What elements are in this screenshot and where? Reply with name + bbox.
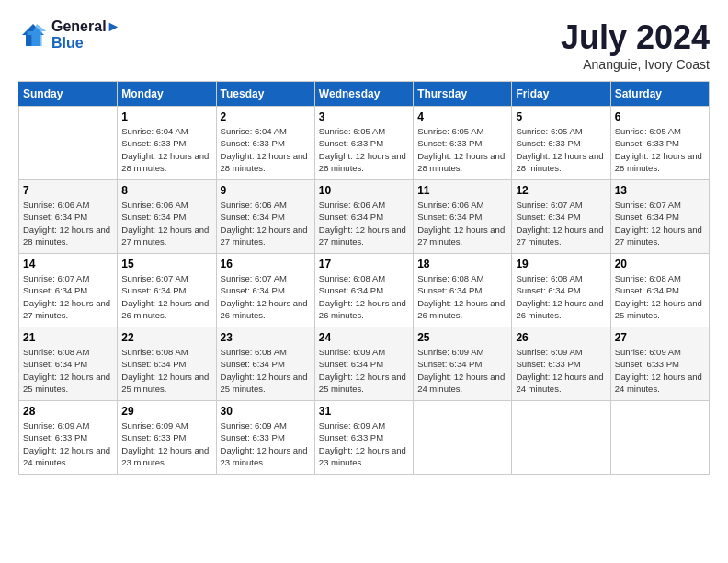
day-info: Sunrise: 6:06 AMSunset: 6:34 PMDaylight:… [121, 199, 211, 247]
calendar-cell: 15Sunrise: 6:07 AMSunset: 6:34 PMDayligh… [118, 254, 216, 327]
logo-icon [18, 20, 48, 50]
day-number: 10 [319, 184, 409, 197]
day-info: Sunrise: 6:09 AMSunset: 6:34 PMDaylight:… [319, 346, 409, 395]
logo: General► Blue [18, 18, 120, 52]
calendar-cell: 10Sunrise: 6:06 AMSunset: 6:34 PMDayligh… [314, 180, 413, 254]
weekday-header: Tuesday [216, 82, 314, 107]
calendar-cell: 14Sunrise: 6:07 AMSunset: 6:34 PMDayligh… [19, 254, 118, 327]
day-info: Sunrise: 6:06 AMSunset: 6:34 PMDaylight:… [417, 199, 507, 247]
calendar-cell: 23Sunrise: 6:08 AMSunset: 6:34 PMDayligh… [216, 327, 314, 401]
day-number: 24 [319, 331, 409, 344]
day-number: 11 [417, 184, 507, 197]
calendar-table: SundayMondayTuesdayWednesdayThursdayFrid… [18, 81, 710, 475]
day-number: 19 [516, 258, 606, 270]
calendar-cell: 19Sunrise: 6:08 AMSunset: 6:34 PMDayligh… [512, 254, 610, 327]
calendar-week-row: 28Sunrise: 6:09 AMSunset: 6:33 PMDayligh… [19, 401, 710, 475]
calendar-cell: 16Sunrise: 6:07 AMSunset: 6:34 PMDayligh… [216, 254, 314, 327]
day-info: Sunrise: 6:05 AMSunset: 6:33 PMDaylight:… [615, 125, 705, 174]
calendar-cell: 29Sunrise: 6:09 AMSunset: 6:33 PMDayligh… [118, 401, 216, 475]
month-title: July 2024 [561, 18, 710, 57]
day-info: Sunrise: 6:06 AMSunset: 6:34 PMDaylight:… [221, 199, 311, 247]
calendar-cell: 13Sunrise: 6:07 AMSunset: 6:34 PMDayligh… [610, 180, 709, 254]
day-number: 6 [615, 110, 705, 123]
day-number: 30 [221, 405, 311, 418]
day-info: Sunrise: 6:09 AMSunset: 6:34 PMDaylight:… [417, 346, 507, 395]
day-number: 26 [516, 331, 606, 344]
calendar-cell [512, 401, 610, 475]
weekday-header: Wednesday [314, 82, 413, 107]
calendar-cell: 9Sunrise: 6:06 AMSunset: 6:34 PMDaylight… [216, 180, 314, 254]
day-info: Sunrise: 6:04 AMSunset: 6:33 PMDaylight:… [221, 125, 311, 174]
day-number: 20 [615, 258, 705, 270]
calendar-cell: 3Sunrise: 6:05 AMSunset: 6:33 PMDaylight… [314, 107, 413, 180]
weekday-header: Friday [512, 82, 610, 107]
calendar-cell: 12Sunrise: 6:07 AMSunset: 6:34 PMDayligh… [512, 180, 610, 254]
calendar-cell: 1Sunrise: 6:04 AMSunset: 6:33 PMDaylight… [118, 107, 216, 180]
day-number: 27 [615, 331, 705, 344]
day-number: 2 [221, 110, 311, 123]
calendar-cell: 11Sunrise: 6:06 AMSunset: 6:34 PMDayligh… [414, 180, 512, 254]
day-info: Sunrise: 6:09 AMSunset: 6:33 PMDaylight:… [221, 419, 311, 468]
day-number: 7 [23, 184, 113, 197]
calendar-cell: 7Sunrise: 6:06 AMSunset: 6:34 PMDaylight… [19, 180, 118, 254]
day-info: Sunrise: 6:06 AMSunset: 6:34 PMDaylight:… [319, 199, 409, 247]
calendar-cell: 18Sunrise: 6:08 AMSunset: 6:34 PMDayligh… [414, 254, 512, 327]
day-number: 15 [121, 258, 211, 270]
day-info: Sunrise: 6:06 AMSunset: 6:34 PMDaylight:… [23, 199, 113, 247]
calendar-week-row: 7Sunrise: 6:06 AMSunset: 6:34 PMDaylight… [19, 180, 710, 254]
day-info: Sunrise: 6:08 AMSunset: 6:34 PMDaylight:… [221, 346, 311, 395]
title-block: July 2024 Ananguie, Ivory Coast [561, 18, 710, 72]
calendar-cell: 21Sunrise: 6:08 AMSunset: 6:34 PMDayligh… [19, 327, 118, 401]
day-number: 29 [121, 405, 211, 418]
calendar-cell: 22Sunrise: 6:08 AMSunset: 6:34 PMDayligh… [118, 327, 216, 401]
calendar-cell: 27Sunrise: 6:09 AMSunset: 6:33 PMDayligh… [610, 327, 709, 401]
day-number: 5 [516, 110, 606, 123]
day-number: 3 [319, 110, 409, 123]
calendar-cell: 31Sunrise: 6:09 AMSunset: 6:33 PMDayligh… [314, 401, 413, 475]
calendar-cell: 6Sunrise: 6:05 AMSunset: 6:33 PMDaylight… [610, 107, 709, 180]
day-info: Sunrise: 6:08 AMSunset: 6:34 PMDaylight:… [516, 272, 606, 321]
day-info: Sunrise: 6:07 AMSunset: 6:34 PMDaylight:… [121, 272, 211, 321]
calendar-week-row: 1Sunrise: 6:04 AMSunset: 6:33 PMDaylight… [19, 107, 710, 180]
day-number: 23 [221, 331, 311, 344]
calendar-cell: 2Sunrise: 6:04 AMSunset: 6:33 PMDaylight… [216, 107, 314, 180]
day-number: 18 [417, 258, 507, 270]
day-info: Sunrise: 6:07 AMSunset: 6:34 PMDaylight:… [23, 272, 113, 321]
calendar-week-row: 14Sunrise: 6:07 AMSunset: 6:34 PMDayligh… [19, 254, 710, 327]
calendar-cell: 28Sunrise: 6:09 AMSunset: 6:33 PMDayligh… [19, 401, 118, 475]
day-info: Sunrise: 6:05 AMSunset: 6:33 PMDaylight:… [516, 125, 606, 174]
day-info: Sunrise: 6:09 AMSunset: 6:33 PMDaylight:… [121, 419, 211, 468]
day-number: 13 [615, 184, 705, 197]
calendar-cell [414, 401, 512, 475]
day-number: 8 [121, 184, 211, 197]
calendar-cell: 24Sunrise: 6:09 AMSunset: 6:34 PMDayligh… [314, 327, 413, 401]
day-info: Sunrise: 6:07 AMSunset: 6:34 PMDaylight:… [615, 199, 705, 247]
calendar-cell [610, 401, 709, 475]
day-info: Sunrise: 6:09 AMSunset: 6:33 PMDaylight:… [516, 346, 606, 395]
page-header: General► Blue July 2024 Ananguie, Ivory … [18, 18, 710, 72]
day-info: Sunrise: 6:05 AMSunset: 6:33 PMDaylight:… [417, 125, 507, 174]
day-number: 14 [23, 258, 113, 270]
weekday-header: Monday [118, 82, 216, 107]
day-info: Sunrise: 6:08 AMSunset: 6:34 PMDaylight:… [417, 272, 507, 321]
day-number: 31 [319, 405, 409, 418]
calendar-cell: 5Sunrise: 6:05 AMSunset: 6:33 PMDaylight… [512, 107, 610, 180]
day-number: 12 [516, 184, 606, 197]
day-number: 1 [121, 110, 211, 123]
day-info: Sunrise: 6:08 AMSunset: 6:34 PMDaylight:… [615, 272, 705, 321]
day-info: Sunrise: 6:09 AMSunset: 6:33 PMDaylight:… [23, 419, 113, 468]
logo-text: General► Blue [51, 18, 120, 52]
calendar-cell: 30Sunrise: 6:09 AMSunset: 6:33 PMDayligh… [216, 401, 314, 475]
calendar-cell: 26Sunrise: 6:09 AMSunset: 6:33 PMDayligh… [512, 327, 610, 401]
day-info: Sunrise: 6:05 AMSunset: 6:33 PMDaylight:… [319, 125, 409, 174]
day-number: 17 [319, 258, 409, 270]
calendar-cell [19, 107, 118, 180]
calendar-cell: 4Sunrise: 6:05 AMSunset: 6:33 PMDaylight… [414, 107, 512, 180]
calendar-cell: 8Sunrise: 6:06 AMSunset: 6:34 PMDaylight… [118, 180, 216, 254]
calendar-cell: 25Sunrise: 6:09 AMSunset: 6:34 PMDayligh… [414, 327, 512, 401]
weekday-header: Thursday [414, 82, 512, 107]
day-number: 16 [221, 258, 311, 270]
day-info: Sunrise: 6:07 AMSunset: 6:34 PMDaylight:… [516, 199, 606, 247]
day-info: Sunrise: 6:09 AMSunset: 6:33 PMDaylight:… [615, 346, 705, 395]
day-info: Sunrise: 6:09 AMSunset: 6:33 PMDaylight:… [319, 419, 409, 468]
